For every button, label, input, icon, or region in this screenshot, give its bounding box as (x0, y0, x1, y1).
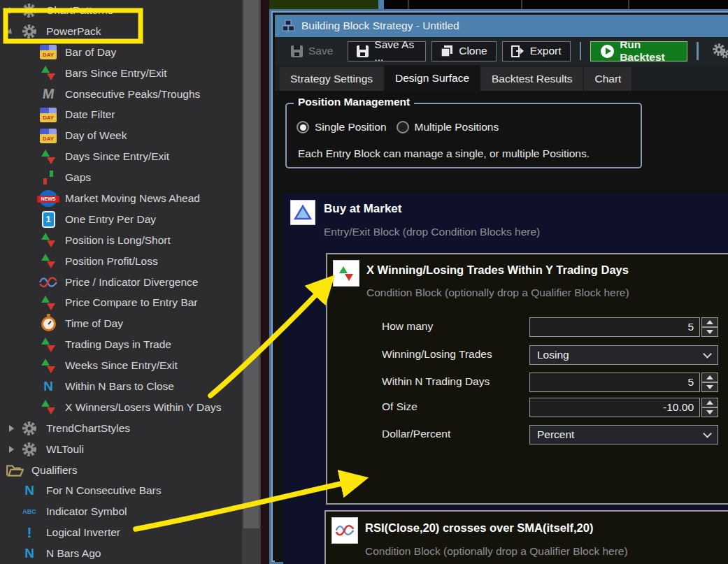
up-down-triangles-icon (38, 64, 59, 82)
tree-item-label: Weeks Since Entry/Exit (65, 359, 178, 372)
stepper-down-button[interactable] (701, 327, 718, 337)
up-down-triangles-icon (38, 147, 59, 166)
param-row-how-many: How many 5 (327, 317, 728, 337)
tree-item-weeks-since-entry-exit[interactable]: Weeks Since Entry/Exit (0, 355, 242, 376)
exclamation-icon: ! (19, 523, 40, 542)
tree-item-logical-inverter[interactable]: !Logical Inverter (0, 522, 242, 543)
numeric-stepper-within-n-trading-days[interactable]: 5 (529, 373, 718, 392)
tree-item-for-n-consecutive-bars[interactable]: NFor N Consecutive Bars (0, 480, 242, 501)
tab-strategy-settings[interactable]: Strategy Settings (280, 67, 383, 91)
buy-at-market-icon (290, 200, 315, 225)
tree-item-one-entry-per-day[interactable]: 1One Entry Per Day (0, 209, 242, 230)
clone-button[interactable]: Clone (431, 41, 497, 62)
stepper-down-button[interactable] (701, 407, 718, 417)
tree-item-date-filter[interactable]: DAYDate Filter (0, 104, 242, 125)
tree-item-x-winners-losers-within-y-days[interactable]: X Winners/Losers Within Y Days (0, 397, 242, 418)
stepper-value[interactable]: 5 (529, 373, 700, 392)
save-icon (291, 45, 303, 57)
save-button[interactable]: Save (282, 41, 342, 62)
design-surface: Position Management Single Position Mult… (275, 91, 728, 562)
stepper-value[interactable]: -10.00 (529, 398, 700, 417)
tree-item-label: Indicator Symbol (46, 505, 127, 518)
mdi-tab-active[interactable] (269, 0, 378, 9)
numeric-stepper-how-many[interactable]: 5 (529, 317, 718, 337)
run-backtest-button[interactable]: Run Backtest (590, 41, 687, 62)
tree-item-price-compare-to-entry-bar[interactable]: Price Compare to Entry Bar (0, 292, 242, 313)
stepper-value[interactable]: 5 (529, 317, 700, 337)
condition-block-x-winning-losing[interactable]: X Winning/Losing Trades Within Y Trading… (326, 253, 728, 505)
stepper-up-button[interactable] (701, 398, 718, 407)
tree-item-powerpack[interactable]: PowerPack (0, 21, 242, 42)
tree-item-trendchartstyles[interactable]: TrendChartStyles (0, 418, 242, 439)
radio-multiple-positions[interactable]: Multiple Positions (397, 121, 499, 133)
tab-backtest-results[interactable]: Backtest Results (481, 67, 583, 91)
tree-item-label: Within N Bars to Close (65, 380, 174, 393)
tree-expander-expanded-icon[interactable] (6, 26, 17, 37)
tree-item-within-n-bars-to-close[interactable]: NWithin N Bars to Close (0, 376, 242, 397)
tree-item-label: TrendChartStyles (46, 422, 130, 435)
tree-item-label: Position is Long/Short (65, 234, 171, 247)
stepper-up-button[interactable] (701, 373, 718, 382)
stepper-down-button[interactable] (701, 382, 718, 392)
tree-item-time-of-day[interactable]: Time of Day (0, 313, 242, 334)
settings-button[interactable] (708, 41, 728, 62)
up-down-triangles-icon (38, 252, 59, 270)
stepper-up-button[interactable] (701, 317, 718, 327)
tree-item-label: Price / Indicator Divergence (65, 276, 198, 289)
export-button[interactable]: Export (502, 41, 571, 62)
tree-item-bars-since-entry-exit[interactable]: Bars Since Entry/Exit (0, 63, 242, 84)
radio-single-position[interactable]: Single Position (297, 121, 387, 133)
position-radio-group: Single Position Multiple Positions (297, 121, 499, 133)
indicator-crossover-icon (331, 517, 358, 544)
tree-item-bar-of-day[interactable]: DAYBar of Day (0, 42, 242, 63)
condition-block-subtitle: Condition Block (optionally drop a Quali… (366, 287, 629, 299)
tree-expander-collapsed-icon[interactable] (6, 423, 17, 434)
tree-item-gaps[interactable]: Gaps (0, 167, 242, 188)
save-as-button[interactable]: Save As ... (348, 41, 426, 62)
tree-item-market-moving-news-ahead[interactable]: NEWSMarket Moving News Ahead (0, 188, 242, 209)
tree-item-wltouli[interactable]: WLTouli (0, 439, 242, 460)
building-block-strategy-window: Building Block Strategy - Untitled Save … (269, 9, 728, 564)
tree-item-label: ChartPatterns (46, 4, 113, 17)
dropdown-dollar-percent[interactable]: Percent (529, 425, 718, 444)
tree-item-position-profit-loss[interactable]: Position Profit/Loss (0, 251, 242, 272)
tree-item-indicator-symbol[interactable]: ABCIndicator Symbol (0, 501, 242, 522)
chevron-down-icon (703, 429, 712, 438)
tree-item-trading-days-in-trade[interactable]: Trading Days in Trade (0, 334, 242, 355)
tree-expander-collapsed-icon[interactable] (6, 5, 17, 16)
tree-item-label: Market Moving News Ahead (65, 192, 200, 205)
mdi-tab-divider (378, 0, 384, 9)
tree-expander-collapsed-icon[interactable] (6, 444, 17, 455)
tree-item-position-is-long-short[interactable]: Position is Long/Short (0, 230, 242, 251)
tab-design-surface[interactable]: Design Surface (385, 65, 480, 91)
tree-item-days-since-entry-exit[interactable]: Days Since Entry/Exit (0, 146, 242, 167)
param-row-of-size: Of Size -10.00 (327, 398, 728, 417)
entry-block-buy-at-market[interactable]: Buy at Market Entry/Exit Block (drop Con… (283, 194, 728, 564)
gaps-icon (38, 168, 59, 187)
news-globe-icon: NEWS (38, 189, 59, 208)
tree-item-n-bars-ago[interactable]: NN Bars Ago (0, 543, 242, 564)
open-folder-icon (4, 461, 25, 479)
sidebar-scrollbar-track[interactable] (242, 0, 261, 564)
sidebar-scrollbar-thumb[interactable] (243, 0, 259, 528)
building-blocks-window-icon (281, 20, 295, 32)
backdrop-strip (261, 0, 269, 564)
window-titlebar[interactable]: Building Block Strategy - Untitled (275, 15, 728, 37)
toolbar: Save Save As ... Clone Export (275, 37, 728, 65)
dropdown-winning-losing-trades[interactable]: Losing (529, 345, 718, 365)
tree-item-consecutive-peaks-troughs[interactable]: MConsecutive Peaks/Troughs (0, 84, 242, 105)
tree-item-day-of-week[interactable]: DAYDay of Week (0, 125, 242, 146)
param-label: Winning/Losing Trades (382, 348, 492, 361)
tab-chart[interactable]: Chart (584, 67, 631, 91)
group-caption: Each Entry Block can manage a single, or… (298, 147, 590, 160)
numeric-stepper-of-size[interactable]: -10.00 (529, 398, 718, 417)
tree-item-chartpatterns[interactable]: ChartPatterns (0, 0, 242, 21)
tree-item-price-indicator-divergence[interactable]: Price / Indicator Divergence (0, 272, 242, 293)
tree-item-qualifiers[interactable]: Qualifiers (0, 460, 242, 481)
window-title: Building Block Strategy - Untitled (301, 20, 459, 32)
toolbar-separator (697, 42, 699, 60)
condition-block-rsi-crossover[interactable]: RSI(Close,20) crosses over SMA(itself,20… (324, 510, 728, 564)
up-down-triangles-icon (38, 356, 59, 375)
stopwatch-icon (38, 314, 59, 333)
tree-item-label: Time of Day (65, 317, 123, 330)
